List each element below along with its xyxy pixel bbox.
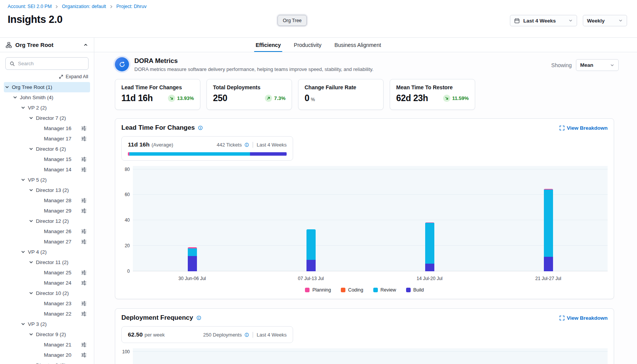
tree-item[interactable]: Manager 22 [4, 309, 90, 319]
sliders-icon[interactable] [81, 311, 87, 317]
legend-item-build[interactable]: Build [406, 287, 424, 293]
org-tree-button[interactable]: Org Tree [277, 15, 307, 26]
tree-item[interactable]: Director 8 (2) [4, 360, 90, 364]
chevron-down-icon[interactable] [29, 188, 36, 193]
legend-swatch [305, 288, 310, 292]
tree-item[interactable]: VP 2 (2) [4, 103, 90, 113]
legend-label: Coding [348, 287, 363, 293]
chevron-down-icon[interactable] [29, 260, 36, 265]
tree-item[interactable]: Manager 29 [4, 206, 90, 216]
x-axis-label: 21 Jul-27 Jul [489, 276, 608, 281]
metric-card-value: 62d 23h [396, 93, 428, 103]
plot-area [133, 166, 608, 271]
bar-14 Jul-20 Jul[interactable] [425, 222, 434, 271]
bar-segment-review [425, 223, 434, 264]
sliders-icon[interactable] [81, 270, 87, 275]
tab-efficiency[interactable]: Efficiency [255, 38, 282, 52]
tree-item[interactable]: Director 6 (2) [4, 144, 90, 154]
tree-item[interactable]: VP 4 (2) [4, 247, 90, 257]
chevron-down-icon[interactable] [29, 116, 36, 121]
chevron-down-icon[interactable] [29, 219, 36, 224]
deployment-view-breakdown[interactable]: View Breakdown [560, 315, 608, 321]
page-title: Insights 2.0 [8, 14, 63, 26]
breadcrumb-project-link[interactable]: Project: Dhruv [116, 4, 147, 9]
tree-item[interactable]: Manager 16 [4, 123, 90, 134]
tree-item[interactable]: Manager 21 [4, 340, 90, 350]
search-input[interactable] [18, 61, 84, 66]
sliders-icon[interactable] [81, 156, 87, 162]
tree-item-label: VP 4 (2) [28, 249, 47, 255]
chevron-down-icon[interactable] [5, 85, 12, 90]
tree-item[interactable]: Manager 27 [4, 237, 90, 247]
tree-item[interactable]: Director 11 (2) [4, 257, 90, 267]
y-axis-tick: 100 [122, 349, 130, 354]
bar-21 Jul-27 Jul[interactable] [544, 189, 553, 271]
tree-item[interactable]: Director 10 (2) [4, 288, 90, 298]
sliders-icon[interactable] [81, 239, 87, 245]
info-icon[interactable] [244, 142, 249, 147]
showing-select[interactable]: Mean [576, 59, 619, 71]
tree-item[interactable]: Manager 26 [4, 226, 90, 237]
sliders-icon[interactable] [81, 136, 87, 142]
legend-item-planning[interactable]: Planning [305, 287, 331, 293]
tree-item-label: Director 13 (2) [36, 187, 69, 193]
tree-item[interactable]: Manager 20 [4, 350, 90, 360]
tab-business-alignment[interactable]: Business Alignment [334, 38, 382, 52]
arrow-down-right-icon [443, 95, 450, 102]
bar-30 Jun-06 Jul[interactable] [188, 247, 197, 271]
chart-legend: PlanningCodingReviewBuild [121, 287, 608, 293]
sliders-icon[interactable] [81, 301, 87, 306]
legend-swatch [341, 288, 345, 292]
date-range-select[interactable]: Last 4 Weeks [510, 15, 577, 26]
y-axis-tick: 40 [125, 217, 130, 223]
bar-07 Jul-13 Jul[interactable] [306, 229, 316, 271]
lead-time-panel: Lead Time For Changes View Breakdown 11d… [115, 118, 614, 299]
info-icon[interactable] [244, 332, 249, 337]
sliders-icon[interactable] [81, 352, 87, 358]
tree-item[interactable]: Manager 28 [4, 195, 90, 206]
deployment-rate-qualifier: per week [145, 332, 165, 338]
tree-item[interactable]: Manager 14 [4, 164, 90, 175]
granularity-select[interactable]: Weekly [583, 15, 627, 26]
metric-card: Change Failure Rate0% [298, 79, 384, 110]
chevron-down-icon[interactable] [21, 250, 28, 254]
legend-item-coding[interactable]: Coding [341, 287, 363, 293]
tree-item[interactable]: Manager 23 [4, 298, 90, 309]
tree-item[interactable]: Manager 24 [4, 278, 90, 288]
lead-time-view-breakdown[interactable]: View Breakdown [560, 125, 608, 131]
breadcrumb-organization-link[interactable]: Organization: default [62, 4, 106, 9]
sliders-icon[interactable] [81, 198, 87, 203]
expand-all-button[interactable]: Expand All [0, 70, 94, 82]
tab-productivity[interactable]: Productivity [293, 38, 322, 52]
tree-item[interactable]: Director 7 (2) [4, 113, 90, 123]
chevron-down-icon[interactable] [21, 177, 28, 182]
tree-item[interactable]: Manager 15 [4, 154, 90, 164]
sliders-icon[interactable] [81, 280, 87, 286]
tree-item[interactable]: Manager 25 [4, 267, 90, 278]
chevron-down-icon[interactable] [29, 147, 36, 151]
tree-item[interactable]: Director 13 (2) [4, 185, 90, 195]
sliders-icon[interactable] [81, 167, 87, 172]
info-icon[interactable] [198, 125, 203, 130]
tree-item[interactable]: Director 9 (2) [4, 329, 90, 340]
sliders-icon[interactable] [81, 208, 87, 214]
breadcrumb-account-link[interactable]: Account: SEI 2.0 PM [8, 4, 52, 9]
chevron-up-icon[interactable] [83, 42, 88, 47]
tree-item[interactable]: Director 12 (2) [4, 216, 90, 226]
sliders-icon[interactable] [81, 126, 87, 131]
tree-item[interactable]: Org Tree Root (1) [4, 82, 90, 92]
tree-item[interactable]: John Smith (4) [4, 92, 90, 103]
legend-item-review[interactable]: Review [373, 287, 396, 293]
chevron-down-icon[interactable] [21, 322, 28, 327]
chevron-down-icon[interactable] [29, 332, 36, 337]
sliders-icon[interactable] [81, 342, 87, 348]
chevron-down-icon[interactable] [21, 105, 28, 110]
tree-item[interactable]: VP 3 (2) [4, 319, 90, 329]
chevron-down-icon[interactable] [13, 95, 20, 100]
tree-item[interactable]: Manager 17 [4, 134, 90, 144]
sliders-icon[interactable] [81, 229, 87, 234]
tree-item[interactable]: VP 5 (2) [4, 175, 90, 185]
chevron-down-icon[interactable] [29, 291, 36, 296]
tree-item-label: Director 10 (2) [36, 290, 69, 296]
info-icon[interactable] [196, 315, 202, 321]
